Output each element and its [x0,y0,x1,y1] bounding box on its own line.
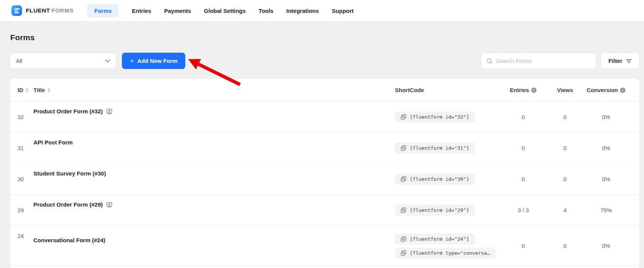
fluent-forms-logo-icon [11,5,22,16]
chevron-down-icon [105,60,110,63]
entries-count-link[interactable]: 0 [522,176,525,182]
form-id: 31 [17,145,33,151]
brand-name-bold: FLUENT [26,7,50,14]
nav-item[interactable]: Global Settings [204,4,246,17]
header-views: Views [550,87,580,93]
header-shortcode: ShortCode [395,87,497,93]
search-forms-box [481,53,596,69]
copy-icon [401,145,406,151]
form-title-link[interactable]: Student Survey Form (#30) [33,170,395,177]
table-row: 32 Product Order Form (#32) [fluentform … [10,102,639,133]
form-id: 30 [17,176,33,182]
entries-count-link[interactable]: 0 [522,145,525,151]
table-row: 29 Product Order Form (#29) [fluentform … [10,195,639,226]
conversion-rate: 0% [580,114,632,120]
views-count: 0 [550,145,580,151]
sort-id-icon[interactable] [25,88,28,92]
shortcode-cell: [fluentform id="31"] [395,143,497,154]
shortcode-cell: [fluentform id="24"] [fluentform type="c… [395,234,497,259]
brand-name-light: FORMS [52,7,74,14]
shortcode-pill[interactable]: [fluentform id="32"] [395,111,475,122]
page-title: Forms [10,33,644,42]
header-entries: Entries i [497,87,550,93]
fluent-forms-logo: FLUENTFORMS [11,5,74,16]
shortcode-pill[interactable]: [fluentform id="30"] [395,174,475,185]
search-icon [486,58,492,64]
form-title-link[interactable]: Product Order Form (#32) [33,108,395,114]
payment-form-icon [106,109,112,114]
form-type-dropdown-value: All [16,58,22,64]
nav-item[interactable]: Support [332,4,354,17]
entries-cell: 0 [497,145,550,151]
shortcode-pill[interactable]: [fluentform id="29"] [395,205,475,216]
entries-count-link[interactable]: 0 [522,114,525,120]
views-count: 0 [550,114,580,120]
header-conversion-label: Conversion [587,87,618,93]
table-row: 24 Conversational Form (#24) [fluentform… [10,226,639,266]
top-navbar: FLUENTFORMS Forms Entries Payments Globa… [0,0,644,22]
copy-icon [401,176,406,182]
header-conversion: Conversion i [580,87,632,93]
shortcode-text: [fluentform id="32"] [410,114,469,120]
table-row: 31 API Post Form [fluentform id="31"] 0 … [10,133,639,164]
entries-count-link[interactable]: 0 [522,243,525,249]
header-entries-label: Entries [510,87,529,93]
filter-lines-icon [626,59,632,63]
search-forms-input[interactable] [496,58,591,64]
form-title-label: Product Order Form (#29) [33,201,103,208]
header-shortcode-label: ShortCode [395,87,424,93]
shortcode-text: [fluentform id="24"] [410,236,469,242]
table-header-row: ID Title ShortCode Entries i Views Conve… [10,79,639,102]
form-id: 32 [17,114,33,120]
shortcode-pill[interactable]: [fluentform id="24"] [395,234,475,244]
header-id-label: ID [17,87,23,93]
conversion-info-icon[interactable]: i [620,88,625,93]
nav-item[interactable]: Tools [259,4,273,17]
header-views-label: Views [557,87,573,93]
conversion-rate: 0% [580,243,632,249]
conversion-rate: 0% [580,176,632,182]
entries-cell: 0 [497,176,550,182]
entries-info-icon[interactable]: i [531,88,537,93]
shortcode-text: [fluentform id="30"] [410,176,469,182]
conversion-rate: 75% [580,207,632,213]
nav-item[interactable]: Forms [87,4,119,17]
shortcode-cell: [fluentform id="29"] [395,205,497,216]
copy-icon [401,114,406,120]
add-new-form-label: Add New Form [137,58,178,64]
main-nav: Forms Entries Payments Global Settings T… [87,4,354,17]
plus-icon: + [130,58,134,64]
nav-item[interactable]: Entries [132,4,151,17]
shortcode-text: [fluentform id="31"] [410,145,469,151]
form-title-link[interactable]: API Post Form [33,139,395,146]
form-id: 29 [17,207,33,213]
shortcode-text: [fluentform id="29"] [410,207,469,213]
sort-title-icon[interactable] [47,88,51,92]
copy-icon [401,207,406,213]
shortcode-pill[interactable]: [fluentform id="31"] [395,143,475,154]
nav-item[interactable]: Payments [164,4,191,17]
shortcode-text: [fluentform type="conversa… [410,250,490,256]
header-id: ID [17,87,33,93]
conversion-rate: 0% [580,145,632,151]
add-new-form-button[interactable]: + Add New Form [122,53,185,69]
copy-icon [401,250,406,256]
nav-item[interactable]: Integrations [286,4,319,17]
entries-cell: 3 / 3 [497,207,550,213]
forms-table-card: ID Title ShortCode Entries i Views Conve… [10,79,639,268]
views-count: 4 [550,207,580,213]
filter-button[interactable]: Filter [601,53,639,69]
views-count: 0 [550,243,580,249]
table-row: 30 Student Survey Form (#30) [fluentform… [10,164,639,195]
form-title-link[interactable]: Conversational Form (#24) [33,237,395,243]
forms-toolbar: All + Add New Form Filter [10,53,639,69]
form-title-link[interactable]: Product Order Form (#29) [33,201,395,208]
entries-cell: 0 [497,243,550,249]
shortcode-pill[interactable]: [fluentform type="conversa… [395,248,496,259]
entries-count-link[interactable]: 3 / 3 [518,207,529,213]
form-title-label: Conversational Form (#24) [33,237,105,243]
header-title: Title [33,87,395,93]
form-type-dropdown[interactable]: All [10,53,116,69]
payment-form-icon [106,202,112,207]
shortcode-cell: [fluentform id="30"] [395,174,497,185]
